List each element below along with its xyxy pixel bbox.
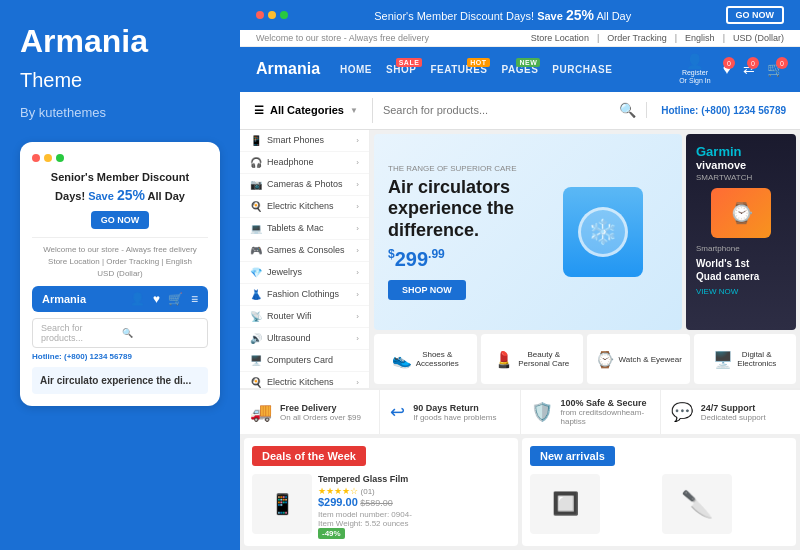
feature-delivery-text: Free Delivery On all Orders over $99 bbox=[280, 403, 361, 422]
search-icon[interactable]: 🔍 bbox=[619, 102, 636, 118]
beauty-icon: 💄 bbox=[494, 350, 514, 369]
cat-watch-eyewear[interactable]: ⌚ Watch & Eyewear bbox=[587, 334, 690, 384]
currency-select[interactable]: USD (Dollar) bbox=[733, 33, 784, 43]
cat-electric-k2[interactable]: 🍳Electric Kitchens › bbox=[240, 372, 369, 388]
search-input-wrap: 🔍 bbox=[373, 102, 647, 118]
hero-headline: Air circulatorsexperience thedifference. bbox=[388, 177, 538, 242]
nav-compare[interactable]: ⇄ 0 bbox=[743, 61, 755, 77]
mobile-nav-icons: 👤 ♥ 🛒 ≡ bbox=[130, 292, 198, 306]
brand-name: Armania bbox=[20, 24, 220, 59]
nav-cart[interactable]: 🛒 0 bbox=[767, 61, 784, 77]
cooler-fan: ❄️ bbox=[578, 207, 628, 257]
arrival-product-image-2: 🔪 bbox=[662, 474, 732, 534]
kitchen-icon: 🍳 bbox=[250, 201, 262, 212]
cat-beauty[interactable]: 💄 Beauty &Personal Care bbox=[481, 334, 584, 384]
right-panel: Senior's Member Discount Days! Save 25% … bbox=[240, 0, 800, 550]
search-row: ☰ All Categories ▼ 🔍 Hotline: (+800) 123… bbox=[240, 92, 800, 130]
hero-product-image: ❄️ bbox=[538, 182, 668, 282]
delivery-icon: 🚚 bbox=[250, 401, 272, 423]
jewelry-icon: 💎 bbox=[250, 267, 262, 278]
nav-features[interactable]: FEATURES HOT bbox=[430, 64, 487, 75]
tablet-icon: 💻 bbox=[250, 223, 262, 234]
nav-links: HOME SHOP SALE FEATURES HOT PAGES NEW PU… bbox=[340, 64, 612, 75]
sidebar-categories: 📱Smart Phones › 🎧Headphone › 📷Cameras & … bbox=[240, 130, 370, 388]
theme-label: Theme bbox=[20, 69, 220, 91]
chevron-right-icon: › bbox=[356, 180, 359, 189]
mobile-user-icon: 👤 bbox=[130, 292, 145, 306]
right-banner-title: World's 1stQuad camera bbox=[696, 257, 786, 283]
chevron-right-icon: › bbox=[356, 268, 359, 277]
ann-dot-red bbox=[256, 11, 264, 19]
nav-wishlist[interactable]: ♥ 0 bbox=[723, 61, 731, 77]
mobile-nav-logo: Armania bbox=[42, 293, 86, 305]
cat-fashion[interactable]: 👗Fashion Clothings › bbox=[240, 284, 369, 306]
cat-games[interactable]: 🎮Games & Consoles › bbox=[240, 240, 369, 262]
cat-electric-kitchens[interactable]: 🍳Electric Kitchens › bbox=[240, 196, 369, 218]
nav-pages[interactable]: PAGES NEW bbox=[502, 64, 539, 75]
deal-name: Tempered Glass Film bbox=[318, 474, 510, 484]
deal-rating: ★★★★☆ bbox=[318, 486, 358, 496]
ann-dot-green bbox=[280, 11, 288, 19]
hero-shop-button[interactable]: SHOP NOW bbox=[388, 280, 466, 300]
utility-bar: Welcome to our store - Always free deliv… bbox=[240, 30, 800, 47]
right-banner-view-link[interactable]: VIEW NOW bbox=[696, 287, 786, 296]
fashion-icon: 👗 bbox=[250, 289, 262, 300]
mobile-window-dots bbox=[32, 154, 208, 162]
arrivals-header: New arrivals bbox=[530, 446, 615, 466]
search-input[interactable] bbox=[383, 104, 619, 116]
mobile-hotline: Hotline: (+800) 1234 56789 bbox=[32, 352, 208, 361]
store-location-link[interactable]: Store Location bbox=[531, 33, 589, 43]
grid-icon: ☰ bbox=[254, 104, 264, 117]
new-badge: NEW bbox=[516, 58, 540, 67]
air-cooler-image: ❄️ bbox=[563, 187, 643, 277]
chevron-right-icon: › bbox=[356, 334, 359, 343]
deal-discount-badge: -49% bbox=[318, 528, 345, 539]
main-hero-banner: THE RANGE OF SUPERIOR CARE Air circulato… bbox=[374, 134, 682, 330]
mobile-search-bar: Search for products... 🔍 bbox=[32, 318, 208, 348]
nav-account[interactable]: 👤 RegisterOr Sign In bbox=[679, 53, 711, 86]
cat-cameras[interactable]: 📷Cameras & Photos › bbox=[240, 174, 369, 196]
mobile-menu-icon: ≡ bbox=[191, 292, 198, 306]
cat-headphone[interactable]: 🎧Headphone › bbox=[240, 152, 369, 174]
cat-jewelry[interactable]: 💎Jewelrys › bbox=[240, 262, 369, 284]
deal-weight: Item Weight: 5.52 ounces bbox=[318, 519, 510, 528]
headphone-icon: 🎧 bbox=[250, 157, 262, 168]
deal-price: $299.00 bbox=[318, 496, 358, 508]
user-icon: 👤 bbox=[686, 53, 703, 69]
games-icon: 🎮 bbox=[250, 245, 262, 256]
mobile-hero-preview: Air circulato experience the di... bbox=[32, 367, 208, 394]
category-icons-row: 👟 Shoes &Accessories 💄 Beauty &Personal … bbox=[374, 334, 796, 384]
cat-smart-phones[interactable]: 📱Smart Phones › bbox=[240, 130, 369, 152]
announcement-message: Senior's Member Discount Days! Save 25% … bbox=[288, 7, 718, 23]
camera-icon: 📷 bbox=[250, 179, 262, 190]
nav-home[interactable]: HOME bbox=[340, 64, 372, 75]
watch-product-image: ⌚ bbox=[711, 188, 771, 238]
right-banner-category: Smartphone bbox=[696, 244, 786, 253]
register-login-text: RegisterOr Sign In bbox=[679, 69, 711, 86]
shoes-accessories-icon: 👟 bbox=[392, 350, 412, 369]
cat-computers[interactable]: 🖥️Computers Card bbox=[240, 350, 369, 372]
cat-shoes-accessories[interactable]: 👟 Shoes &Accessories bbox=[374, 334, 477, 384]
order-tracking-link[interactable]: Order Tracking bbox=[607, 33, 667, 43]
nav-purchase[interactable]: PURCHASE bbox=[552, 64, 612, 75]
nav-shop[interactable]: SHOP SALE bbox=[386, 64, 416, 75]
feature-support-text: 24/7 Support Dedicated support bbox=[701, 403, 766, 422]
cat-tablets[interactable]: 💻Tablets & Mac › bbox=[240, 218, 369, 240]
bottom-row: Deals of the Week 📱 Tempered Glass Film … bbox=[240, 434, 800, 550]
cart-count: 0 bbox=[776, 57, 788, 69]
language-select[interactable]: English bbox=[685, 33, 715, 43]
chevron-right-icon: › bbox=[356, 224, 359, 233]
feature-return-text: 90 Days Return If goods have problems bbox=[413, 403, 496, 422]
announcement-go-button[interactable]: GO NOW bbox=[726, 6, 785, 24]
watch-icon: ⌚ bbox=[595, 350, 615, 369]
deals-panel: Deals of the Week 📱 Tempered Glass Film … bbox=[244, 438, 518, 546]
computer-icon: 🖥️ bbox=[250, 355, 262, 366]
cat-ultrasound[interactable]: 🔊Ultrasound › bbox=[240, 328, 369, 350]
deal-product-image: 📱 bbox=[252, 474, 312, 534]
cat-digital-electronics[interactable]: 🖥️ Digital &Electronics bbox=[694, 334, 797, 384]
announcement-bar: Senior's Member Discount Days! Save 25% … bbox=[240, 0, 800, 30]
categories-button[interactable]: ☰ All Categories ▼ bbox=[240, 98, 373, 123]
dot-green bbox=[56, 154, 64, 162]
mobile-go-button[interactable]: GO NOW bbox=[91, 211, 150, 229]
cat-router[interactable]: 📡Router Wifi › bbox=[240, 306, 369, 328]
